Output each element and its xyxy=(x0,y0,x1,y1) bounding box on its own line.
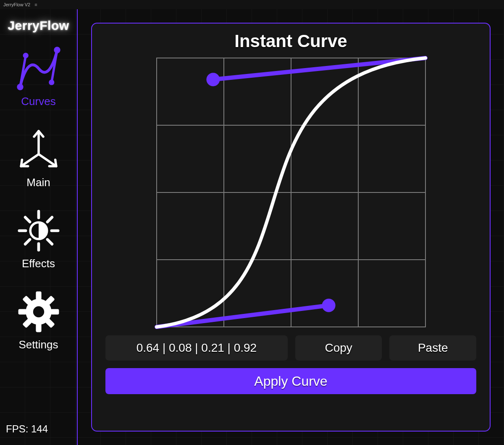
brightness-icon xyxy=(16,208,62,254)
bezier-handle-1[interactable] xyxy=(157,305,329,327)
fps-counter: FPS: 144 xyxy=(2,420,52,441)
main-area: Instant Curve xyxy=(78,9,504,445)
svg-line-14 xyxy=(25,217,30,222)
bezier-values-text: 0.64 | 0.08 | 0.21 | 0.92 xyxy=(136,341,257,355)
menu-icon[interactable]: ≡ xyxy=(34,2,37,7)
svg-rect-19 xyxy=(36,292,41,300)
window-titlebar: JerryFlow V2 ≡ xyxy=(0,0,504,9)
gear-icon xyxy=(16,289,62,335)
sidebar-item-main[interactable]: Main xyxy=(16,126,62,189)
sidebar-item-effects[interactable]: Effects xyxy=(16,208,62,270)
bezier-knob-1[interactable] xyxy=(322,299,335,312)
svg-line-16 xyxy=(25,240,30,244)
axes-arrows-icon xyxy=(16,126,62,173)
sidebar-item-label: Settings xyxy=(19,338,58,351)
sidebar-item-label: Effects xyxy=(22,257,55,270)
sidebar-item-label: Curves xyxy=(21,95,55,108)
svg-point-27 xyxy=(33,306,44,317)
sidebar-nav: Curves Main xyxy=(16,45,62,351)
curve-panel: Instant Curve xyxy=(91,23,491,432)
svg-rect-21 xyxy=(18,309,26,314)
copy-button[interactable]: Copy xyxy=(295,335,382,361)
paste-button[interactable]: Paste xyxy=(389,335,476,361)
panel-title: Instant Curve xyxy=(234,31,347,51)
app-logo: JerryFlow xyxy=(8,18,69,33)
svg-rect-20 xyxy=(36,324,41,332)
bezier-knob-2[interactable] xyxy=(206,73,220,86)
svg-rect-22 xyxy=(50,309,59,314)
apply-curve-button[interactable]: Apply Curve xyxy=(105,368,476,394)
svg-line-7 xyxy=(21,154,39,166)
window-title: JerryFlow V2 xyxy=(3,2,30,7)
svg-line-17 xyxy=(47,217,52,222)
svg-point-5 xyxy=(49,79,54,85)
curve-editor[interactable] xyxy=(157,58,425,327)
bezier-values-field[interactable]: 0.64 | 0.08 | 0.21 | 0.92 xyxy=(105,335,288,361)
bezier-handle-2[interactable] xyxy=(213,58,425,79)
curve-icon xyxy=(16,45,62,92)
sidebar-item-curves[interactable]: Curves xyxy=(16,45,62,108)
sidebar: JerryFlow Curves xyxy=(0,9,78,445)
svg-line-8 xyxy=(39,154,56,166)
svg-point-4 xyxy=(23,53,28,58)
sidebar-item-label: Main xyxy=(26,176,50,189)
svg-line-15 xyxy=(47,240,52,244)
sidebar-item-settings[interactable]: Settings xyxy=(16,289,62,351)
